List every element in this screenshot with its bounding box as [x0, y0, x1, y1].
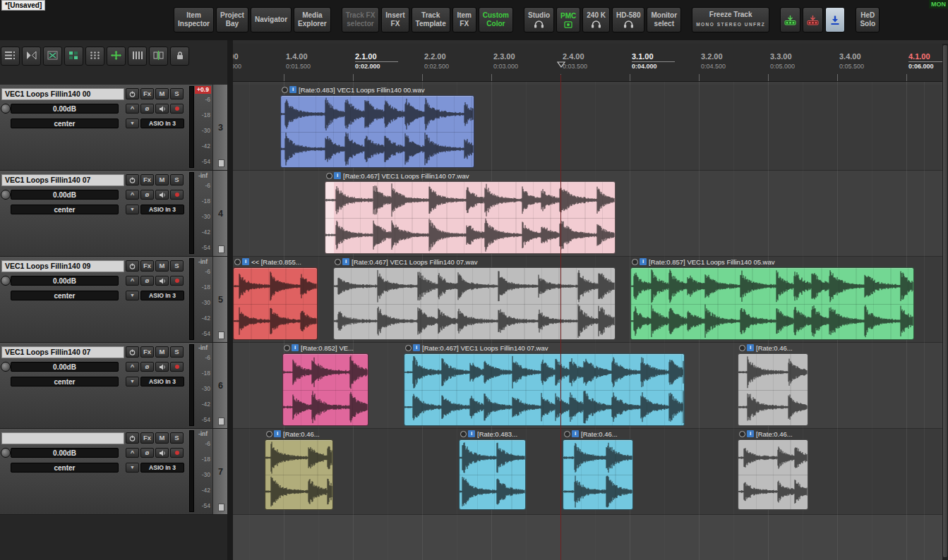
routing-dropdown-button[interactable]: ▼: [126, 205, 139, 214]
track-template-button[interactable]: TrackTemplate: [412, 7, 450, 32]
item-info-icon[interactable]: i: [572, 430, 579, 437]
freeze-track-button[interactable]: Freeze TrackMONO STEREO UNFRZ: [692, 7, 769, 32]
rate-clock-icon[interactable]: [282, 87, 288, 93]
grid-dots-button[interactable]: [85, 47, 104, 66]
media-item[interactable]: [630, 267, 914, 340]
volume-field[interactable]: 0.00dB: [11, 362, 119, 372]
peak-readout[interactable]: -inf: [195, 172, 211, 180]
item-info-icon[interactable]: i: [747, 430, 754, 437]
trim-mode-button[interactable]: ^: [126, 276, 139, 286]
rate-clock-icon[interactable]: [460, 431, 467, 437]
arrange-view[interactable]: i[Rate:0.483] VEC1 Loops Fillin140 00.wa…: [233, 44, 942, 560]
media-item[interactable]: [738, 439, 808, 510]
monitor-select-button[interactable]: Monitorselect: [647, 7, 681, 32]
envelope-matrix-button[interactable]: [43, 47, 62, 66]
trim-mode-button[interactable]: ^: [126, 104, 139, 114]
rate-clock-icon[interactable]: [284, 345, 290, 351]
volume-knob[interactable]: [1, 190, 11, 200]
routing-dropdown-button[interactable]: ▼: [126, 463, 139, 473]
track-number-column[interactable]: 7: [212, 429, 228, 514]
item-info-icon[interactable]: i: [468, 430, 475, 437]
rate-clock-icon[interactable]: [234, 259, 241, 265]
track-number-column[interactable]: 5: [212, 257, 228, 342]
media-item[interactable]: [280, 95, 474, 168]
trim-mode-button[interactable]: ^: [126, 190, 139, 200]
track-enable-button[interactable]: [126, 432, 139, 444]
track-fx-button[interactable]: Fx: [140, 346, 154, 358]
track-name-field[interactable]: VEC1 Loops Fillin140 07: [1, 346, 124, 358]
media-item[interactable]: [333, 267, 616, 340]
hed-solo-button[interactable]: HeDSolo: [856, 7, 880, 32]
rate-clock-icon[interactable]: [739, 345, 745, 351]
record-arm-button[interactable]: [170, 190, 184, 200]
peak-readout[interactable]: +0.9: [195, 86, 211, 94]
media-item[interactable]: [563, 439, 633, 510]
move-cross-button[interactable]: [107, 47, 126, 66]
solo-button[interactable]: S: [170, 88, 184, 99]
media-item[interactable]: [459, 439, 526, 510]
track-fx-button[interactable]: Fx: [140, 260, 154, 272]
input-select-field[interactable]: ASIO In 3: [140, 205, 184, 214]
media-explorer-button[interactable]: MediaExplorer: [294, 7, 331, 32]
solo-button[interactable]: S: [170, 260, 184, 272]
input-select-field[interactable]: ASIO In 3: [140, 291, 184, 300]
trim-mode-button[interactable]: ^: [126, 362, 139, 372]
record-arm-button[interactable]: [170, 448, 184, 458]
solo-button[interactable]: S: [170, 346, 184, 358]
phase-button[interactable]: ø: [140, 362, 154, 372]
item-info-icon[interactable]: i: [747, 344, 754, 351]
record-monitor-button[interactable]: [155, 276, 169, 286]
custom-color-button[interactable]: CustomColor: [479, 7, 513, 32]
pan-field[interactable]: center: [11, 463, 119, 473]
volume-knob[interactable]: [1, 276, 11, 286]
docker-list-button[interactable]: [1, 47, 20, 66]
volume-knob[interactable]: [1, 448, 11, 458]
pan-field[interactable]: center: [11, 291, 119, 300]
record-monitor-button[interactable]: [155, 362, 169, 372]
item-fx-button[interactable]: ItemFX: [452, 7, 476, 32]
media-item[interactable]: [404, 353, 685, 426]
timeline-ruler[interactable]: 1.3.000:01.0001.4.000:01.5002.1.000:02.0…: [233, 44, 942, 82]
record-arm-button[interactable]: [170, 362, 184, 372]
media-item[interactable]: [282, 353, 368, 426]
item-info-icon[interactable]: i: [342, 258, 349, 265]
media-item[interactable]: [325, 181, 616, 254]
studio-monitor-button[interactable]: Studio: [524, 7, 554, 32]
routing-dropdown-button[interactable]: ▼: [126, 291, 139, 300]
snap-squares-button[interactable]: [64, 47, 83, 66]
mute-button[interactable]: M: [155, 346, 169, 358]
record-arm-button[interactable]: [170, 104, 184, 114]
freeze-add-button[interactable]: [780, 7, 800, 32]
track-fx-button[interactable]: Fx: [140, 88, 154, 99]
peak-readout[interactable]: -inf: [195, 258, 211, 266]
phase-button[interactable]: ø: [140, 448, 154, 458]
mute-button[interactable]: M: [155, 88, 169, 99]
phase-button[interactable]: ø: [140, 276, 154, 286]
volume-knob[interactable]: [1, 362, 11, 372]
item-inspector-button[interactable]: ItemInspector: [174, 7, 214, 32]
media-item[interactable]: [265, 439, 333, 510]
rate-clock-icon[interactable]: [266, 431, 272, 437]
item-info-icon[interactable]: i: [292, 344, 299, 351]
input-select-field[interactable]: ASIO In 3: [140, 118, 184, 128]
mute-button[interactable]: M: [155, 174, 169, 185]
peak-readout[interactable]: -inf: [195, 344, 211, 352]
rate-clock-icon[interactable]: [326, 173, 332, 179]
input-select-field[interactable]: ASIO In 3: [140, 377, 184, 386]
item-info-icon[interactable]: i: [334, 172, 341, 179]
record-monitor-button[interactable]: [155, 104, 169, 114]
rate-clock-icon[interactable]: [739, 431, 745, 437]
item-info-icon[interactable]: i: [289, 86, 296, 93]
item-info-icon[interactable]: i: [274, 430, 281, 437]
track-fx-button[interactable]: Fx: [140, 174, 154, 185]
solo-button[interactable]: S: [170, 174, 184, 185]
track-enable-button[interactable]: [126, 174, 139, 185]
record-monitor-button[interactable]: [155, 448, 169, 458]
mirror-flip-button[interactable]: [22, 47, 41, 66]
item-info-icon[interactable]: i: [413, 344, 420, 351]
track-name-field[interactable]: VEC1 Loops Fillin140 09: [1, 260, 124, 272]
vertical-scrollbar[interactable]: [942, 44, 948, 560]
volume-field[interactable]: 0.00dB: [11, 448, 119, 458]
track-enable-button[interactable]: [126, 260, 139, 272]
mute-button[interactable]: M: [155, 260, 169, 272]
